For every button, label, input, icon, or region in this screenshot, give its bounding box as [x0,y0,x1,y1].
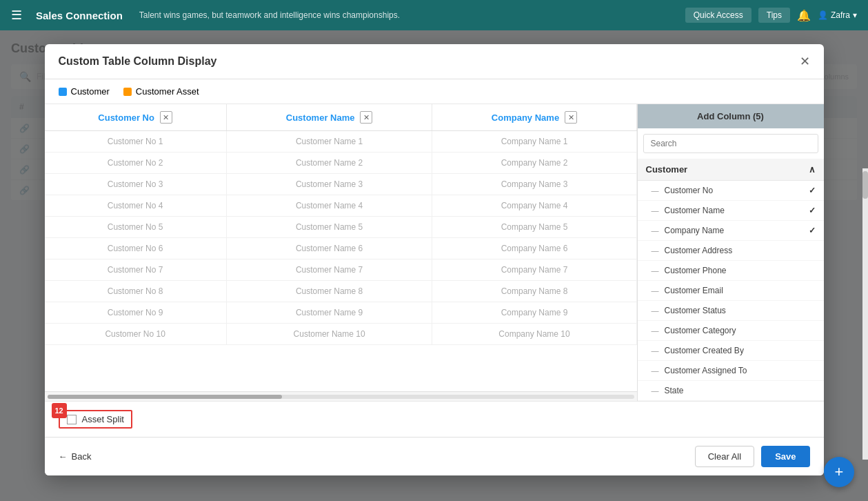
remove-customer-no-button[interactable]: ✕ [160,111,172,124]
col-checked-icon: ✓ [809,186,816,195]
asset-split-label: Asset Split [82,414,124,424]
col-item-label-6: Customer Status [665,306,726,315]
table-scroll-container[interactable]: Customer No ✕ Customer Name ✕ [45,104,637,391]
col-item-customer-name[interactable]: —Customer Name✓ [638,201,824,221]
modal-dialog: Custom Table Column Display ✕ Customer C… [45,44,824,475]
col-dash-icon: — [652,266,659,275]
cell-col1-row-7: Customer No 7 [45,259,227,281]
page-background: Customer Li... 🔍 Filter... Edit Columns … [0,30,868,501]
col-item-customer-category[interactable]: —Customer Category [638,321,824,341]
back-button[interactable]: ← Back [59,451,92,462]
user-menu[interactable]: 👤 Zafra ▾ [818,10,857,20]
col-dash-icon: — [652,346,659,355]
tagline: Talent wins games, but teamwork and inte… [139,10,677,20]
table-row: Customer No 5Customer Name 5Company Name… [45,217,637,238]
cell-col2-row-10: Customer Name 10 [226,324,432,345]
table-row: Customer No 1Customer Name 1Company Name… [45,131,637,153]
col-item-customer-no[interactable]: —Customer No✓ [638,181,824,201]
cell-col3-row-4: Company Name 4 [432,195,636,217]
col-dash-icon: — [652,386,659,395]
col-header-company-name: Company Name ✕ [432,104,636,131]
badge-12: 12 [52,403,67,418]
cell-col3-row-1: Company Name 1 [432,131,636,153]
col-item-customer-status[interactable]: —Customer Status [638,301,824,321]
col-header-customer-no-label: Customer No [98,112,154,123]
column-list: Customer ∧ —Customer No✓—Customer Name✓—… [638,159,824,401]
col-item-customer-address[interactable]: —Customer Address [638,241,824,261]
col-checked-icon: ✓ [809,226,816,235]
hamburger-icon[interactable]: ☰ [11,8,22,23]
col-dash-icon: — [652,226,659,235]
cell-col1-row-9: Customer No 9 [45,302,227,324]
col-item-label-3: Customer Address [665,246,733,255]
quick-access-button[interactable]: Quick Access [685,8,751,23]
group-collapse-icon[interactable]: ∧ [809,164,816,175]
bell-icon[interactable]: 🔔 [797,9,811,22]
user-avatar-icon: 👤 [818,10,828,20]
customer-asset-tab-label: Customer Asset [136,86,199,97]
cell-col2-row-7: Customer Name 7 [226,259,432,281]
col-dash-icon: — [652,306,659,315]
tab-customer-asset[interactable]: Customer Asset [123,86,199,97]
col-item-label-4: Customer Phone [665,266,727,275]
col-dash-icon: — [652,206,659,215]
cell-col3-row-8: Company Name 8 [432,281,636,302]
cell-col2-row-2: Customer Name 2 [226,153,432,174]
user-chevron-icon: ▾ [853,10,857,20]
col-item-state[interactable]: —State [638,381,824,401]
horizontal-scrollbar[interactable] [45,391,637,401]
tab-customer[interactable]: Customer [59,86,110,97]
cell-col3-row-10: Company Name 10 [432,324,636,345]
col-item-label-5: Customer Email [665,286,723,295]
remove-company-name-button[interactable]: ✕ [565,111,577,124]
cell-col1-row-10: Customer No 10 [45,324,227,345]
cell-col1-row-5: Customer No 5 [45,217,227,238]
cell-col2-row-1: Customer Name 1 [226,131,432,153]
data-table: Customer No ✕ Customer Name ✕ [45,104,637,345]
table-area: Customer No ✕ Customer Name ✕ [45,104,638,401]
cell-col1-row-3: Customer No 3 [45,174,227,195]
remove-customer-name-button[interactable]: ✕ [360,111,372,124]
clear-all-button[interactable]: Clear All [695,446,754,467]
modal-header: Custom Table Column Display ✕ [45,44,824,79]
h-scrollbar-thumb [48,395,282,399]
table-row: Customer No 8Customer Name 8Company Name… [45,281,637,302]
customer-asset-tab-indicator [123,88,132,96]
brand-name: Sales Connection [36,10,123,21]
cell-col1-row-8: Customer No 8 [45,281,227,302]
tips-button[interactable]: Tips [758,8,790,23]
top-navigation: ☰ Sales Connection Talent wins games, bu… [0,0,868,30]
col-header-customer-no: Customer No ✕ [45,104,227,131]
save-button[interactable]: Save [761,446,809,467]
col-item-customer-email[interactable]: —Customer Email [638,281,824,301]
cell-col3-row-7: Company Name 7 [432,259,636,281]
col-header-customer-name-label: Customer Name [286,112,355,123]
modal-title: Custom Table Column Display [59,55,217,68]
cell-col1-row-2: Customer No 2 [45,153,227,174]
cell-col2-row-9: Customer Name 9 [226,302,432,324]
col-item-customer-created-by[interactable]: —Customer Created By [638,341,824,361]
cell-col1-row-1: Customer No 1 [45,131,227,153]
col-item-label-2: Company Name [665,226,725,235]
col-dash-icon: — [652,246,659,255]
table-row: Customer No 10Customer Name 10Company Na… [45,324,637,345]
checkbox-area: 12 Asset Split [45,401,824,437]
table-header: Customer No ✕ Customer Name ✕ [45,104,637,131]
col-item-label-8: Customer Created By [665,346,744,355]
col-item-customer-assigned-to[interactable]: —Customer Assigned To [638,361,824,381]
fab-button[interactable]: + [824,457,854,487]
col-header-company-name-label: Company Name [492,112,559,123]
column-search-input[interactable] [643,134,818,153]
footer-right: Clear All Save [695,446,810,467]
table-row: Customer No 7Customer Name 7Company Name… [45,259,637,281]
col-item-label-7: Customer Category [665,326,736,335]
col-dash-icon: — [652,286,659,295]
nav-right: Quick Access Tips 🔔 👤 Zafra ▾ [685,8,857,23]
modal-close-button[interactable]: ✕ [800,55,810,68]
asset-split-checkbox[interactable] [67,415,77,424]
cell-col3-row-5: Company Name 5 [432,217,636,238]
col-item-customer-phone[interactable]: —Customer Phone [638,261,824,281]
col-item-company-name[interactable]: —Company Name✓ [638,221,824,241]
cell-col1-row-4: Customer No 4 [45,195,227,217]
col-dash-icon: — [652,186,659,195]
